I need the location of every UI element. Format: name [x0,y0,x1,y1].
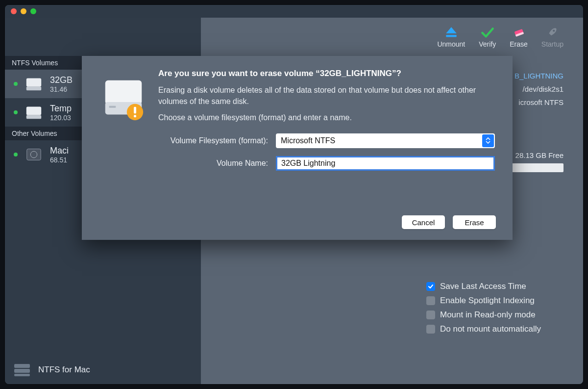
name-label: Volume Name: [158,159,271,168]
volume-size: 31.46 [50,85,73,93]
svg-rect-3 [26,115,41,119]
svg-rect-15 [109,106,116,108]
app-logo-icon [14,363,30,377]
eraser-icon [512,26,526,39]
startup-button: Startup [541,26,564,48]
rocket-icon [545,26,560,39]
confirm-erase-button[interactable]: Erase [453,215,496,229]
checkbox-unchecked-icon[interactable] [426,325,435,334]
cancel-button[interactable]: Cancel [402,215,445,229]
drive-warning-icon [99,76,147,124]
svg-point-12 [553,29,555,31]
svg-rect-0 [26,78,41,87]
erase-confirm-dialog: Are you sure you want to erase volume “3… [82,56,513,240]
erase-button[interactable]: Erase [510,26,528,48]
verify-button[interactable]: Verify [479,26,496,48]
svg-rect-4 [27,149,41,160]
svg-rect-1 [26,87,41,91]
status-dot-online-icon [14,110,18,114]
status-dot-online-icon [14,153,18,156]
svg-rect-7 [14,369,30,373]
titlebar[interactable] [5,5,583,18]
status-dot-online-icon [14,82,18,86]
unmount-button[interactable]: Unmount [437,26,465,48]
dialog-description-1: Erasing a disk volume deletes all of the… [158,84,495,107]
internal-drive-icon [24,145,43,164]
svg-rect-13 [105,80,142,104]
external-drive-icon [24,75,43,93]
format-select[interactable]: Microsoft NTFS [276,133,495,148]
option-spotlight[interactable]: Enable Spotlight Indexing [426,296,541,306]
volume-size: 68.51 [50,156,69,164]
app-name-label: NTFS for Mac [38,365,90,375]
svg-rect-2 [26,107,41,115]
svg-rect-18 [134,115,136,117]
svg-rect-9 [446,35,456,37]
volume-size: 120.03 [50,114,72,122]
close-window-button[interactable] [11,8,17,14]
volume-name: Temp [50,104,72,114]
sidebar-footer: NTFS for Mac [5,356,201,384]
option-save-last-access[interactable]: Save Last Access Time [426,282,541,291]
dialog-title: Are you sure you want to erase volume “3… [158,69,495,78]
svg-rect-17 [134,107,136,114]
eject-icon [444,26,459,39]
volume-name: 32GB [50,75,73,85]
mount-options: Save Last Access Time Enable Spotlight I… [426,282,541,334]
toolbar: Unmount Verify Erase [201,18,583,56]
dialog-description-2: Choose a volume filesystem (format) and … [158,112,495,123]
chevron-updown-icon [482,134,494,147]
checkmark-icon [480,26,495,39]
format-select-value: Microsoft NTFS [281,136,335,145]
checkbox-unchecked-icon[interactable] [426,311,435,319]
option-no-automount[interactable]: Do not mount automatically [426,324,541,334]
volume-name-input[interactable] [276,156,495,171]
app-window: NTFS Volumes 32GB 31.46 Temp 120.0 [5,5,583,384]
checkbox-checked-icon[interactable] [426,282,435,291]
dialog-actions: Cancel Erase [402,215,496,229]
format-label: Volume Filesystem (format): [158,136,271,145]
external-drive-icon [24,103,43,122]
volume-name: Maci [50,146,69,156]
svg-rect-6 [14,364,30,368]
dialog-form: Volume Filesystem (format): Microsoft NT… [158,133,495,171]
window-controls [11,8,36,14]
option-readonly[interactable]: Mount in Read-only mode [426,310,541,320]
checkbox-unchecked-icon[interactable] [426,296,435,305]
svg-rect-8 [14,374,30,376]
maximize-window-button[interactable] [30,8,36,14]
minimize-window-button[interactable] [21,8,26,14]
